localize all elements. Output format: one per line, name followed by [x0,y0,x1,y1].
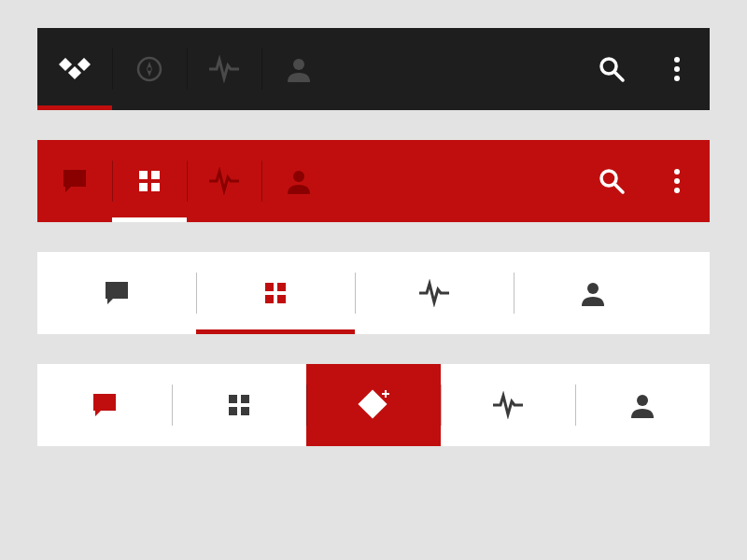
active-indicator [37,441,172,446]
svg-point-20 [674,178,680,184]
active-indicator [37,105,112,110]
profile-icon [629,392,655,418]
svg-point-9 [674,57,680,63]
more-icon [673,56,681,82]
activity-tab[interactable] [441,364,575,446]
svg-rect-25 [277,295,286,303]
activity-icon [492,391,524,419]
svg-rect-24 [265,295,274,303]
active-indicator [196,329,355,334]
diamonds-tab[interactable] [37,28,112,110]
active-indicator [187,105,261,110]
search-icon [598,167,626,195]
svg-line-18 [614,184,623,192]
svg-point-16 [293,171,304,182]
profile-icon [286,56,312,82]
activity-icon [418,279,450,307]
tabs-group [37,252,672,334]
search-icon [598,55,626,83]
tabs-group [37,364,710,446]
grid-icon [137,169,162,193]
compose-tab[interactable] [306,364,441,446]
svg-point-11 [674,76,680,81]
search-button[interactable] [579,28,644,110]
search-button[interactable] [579,140,644,222]
svg-point-10 [674,66,680,72]
grid-tab[interactable] [172,364,306,446]
active-indicator [575,441,710,446]
svg-line-8 [614,72,623,80]
profile-tab[interactable] [575,364,710,446]
svg-point-19 [674,169,680,175]
grid-icon [263,281,288,305]
tabs-group [37,28,336,110]
svg-rect-28 [241,395,249,403]
grid-icon [227,393,251,417]
active-indicator [37,217,112,222]
active-indicator [261,105,336,110]
compass-icon [135,55,163,83]
active-indicator [112,217,187,222]
profile-icon [286,168,312,194]
activity-tab[interactable] [187,140,261,222]
chat-tab[interactable] [37,140,112,222]
chat-icon [62,168,88,194]
svg-point-26 [587,283,599,294]
tabbar-white-2 [37,364,710,446]
activity-tab[interactable] [187,28,261,110]
grid-tab[interactable] [112,140,187,222]
active-indicator [172,441,306,446]
svg-rect-22 [265,283,274,291]
chat-icon [104,280,130,306]
active-indicator [355,329,514,334]
more-icon [673,168,681,194]
svg-point-34 [637,395,648,406]
active-indicator [261,217,336,222]
active-indicator [112,105,187,110]
profile-tab[interactable] [514,252,672,334]
svg-rect-27 [229,395,237,403]
svg-rect-23 [277,283,286,291]
svg-point-6 [293,59,304,70]
chat-tab[interactable] [37,364,172,446]
svg-rect-14 [139,183,148,191]
toolbar-dark [37,28,710,110]
toolbar-red [37,140,710,222]
svg-point-21 [674,188,680,193]
tabs-group [37,140,336,222]
active-indicator [37,329,196,334]
chat-icon [92,392,118,418]
svg-point-5 [148,67,151,71]
profile-tab[interactable] [261,140,336,222]
compass-tab[interactable] [112,28,187,110]
activity-tab[interactable] [355,252,514,334]
chat-tab[interactable] [37,252,196,334]
grid-tab[interactable] [196,252,355,334]
svg-rect-15 [151,183,160,191]
active-indicator [187,217,261,222]
active-indicator [514,329,672,334]
more-button[interactable] [644,28,710,110]
svg-rect-1 [78,58,91,71]
diamonds-icon [59,58,91,80]
tabbar-white-1 [37,252,710,334]
actions-group [579,28,710,110]
svg-rect-13 [151,171,160,179]
more-button[interactable] [644,140,710,222]
activity-icon [208,167,240,195]
svg-rect-30 [241,407,249,415]
active-indicator [441,441,575,446]
active-indicator [306,441,441,446]
compose-icon [355,386,392,424]
svg-rect-0 [59,58,72,71]
profile-icon [580,280,606,306]
svg-rect-29 [229,407,237,415]
svg-rect-12 [139,171,148,179]
actions-group [579,140,710,222]
profile-tab[interactable] [261,28,336,110]
activity-icon [208,55,240,83]
svg-rect-2 [68,66,81,79]
